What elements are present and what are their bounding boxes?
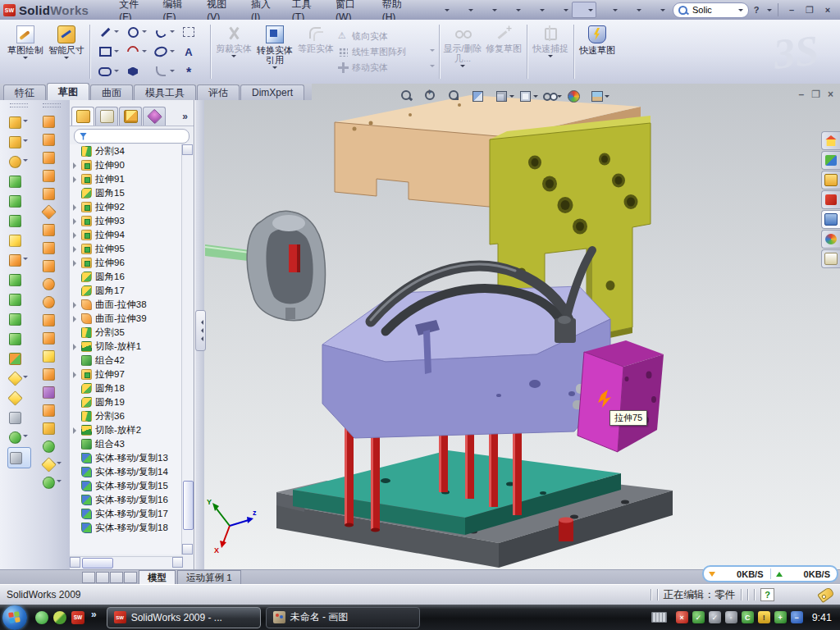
- restore-button[interactable]: ❐: [802, 3, 817, 16]
- view-tool-button[interactable]: [589, 88, 610, 103]
- dropdown-caret-icon[interactable]: [272, 66, 277, 71]
- panel-tab-overflow-button[interactable]: »: [182, 111, 192, 126]
- search-input[interactable]: [691, 4, 738, 16]
- task-pane-tab[interactable]: [821, 131, 840, 150]
- feature-tree-item[interactable]: 切除-放样2: [70, 423, 183, 437]
- doc-nav-button[interactable]: [110, 572, 123, 583]
- sketch-tool-button[interactable]: [178, 42, 206, 62]
- side-toolbar-button[interactable]: [41, 311, 63, 329]
- quick-toolbar-button[interactable]: [500, 2, 523, 17]
- dropdown-caret-icon[interactable]: [660, 9, 665, 14]
- toolbar-row-button[interactable]: 镜向实体: [338, 30, 435, 43]
- side-toolbar-button[interactable]: [41, 293, 63, 311]
- start-button[interactable]: [2, 605, 27, 630]
- dropdown-caret-icon[interactable]: [142, 50, 147, 55]
- feature-tree-item[interactable]: 拉伸97: [70, 368, 183, 381]
- quick-toolbar-button[interactable]: [621, 2, 644, 17]
- side-toolbar-button[interactable]: [41, 473, 63, 491]
- side-toolbar-button[interactable]: [41, 203, 63, 221]
- view-tool-button[interactable]: [518, 88, 539, 103]
- feature-tree-item[interactable]: 实体-移动/复制14: [70, 465, 183, 479]
- ribbon-tab[interactable]: 曲面: [90, 84, 133, 100]
- side-toolbar-button[interactable]: [7, 408, 31, 427]
- dropdown-caret-icon[interactable]: [23, 435, 28, 440]
- search-caret-icon[interactable]: [738, 9, 743, 14]
- feature-tree-item[interactable]: 实体-移动/复制15: [70, 479, 183, 493]
- side-toolbar-button[interactable]: [7, 290, 31, 309]
- toolbar-row-button[interactable]: 线性草图阵列: [338, 45, 435, 58]
- toolbar-row-button[interactable]: 移动实体: [338, 61, 435, 74]
- close-button[interactable]: ×: [820, 3, 835, 16]
- side-toolbar-button[interactable]: [41, 130, 63, 148]
- side-toolbar-button[interactable]: [7, 368, 31, 388]
- dropdown-caret-icon[interactable]: [114, 50, 119, 55]
- sketch-tool-button[interactable]: [150, 22, 178, 42]
- ribbon-tab[interactable]: 草图: [47, 83, 89, 100]
- dropdown-caret-icon[interactable]: [605, 95, 609, 100]
- help-caret-icon[interactable]: [767, 9, 772, 14]
- task-pane-tab[interactable]: [821, 210, 840, 229]
- sketch-tool-button[interactable]: [150, 62, 178, 81]
- cavity-insert-part[interactable]: [205, 211, 326, 320]
- ribbon-tab[interactable]: DimXpert: [240, 84, 304, 100]
- sync-tray-icon[interactable]: −: [791, 611, 803, 623]
- toolbar-button[interactable]: 草图绘制: [5, 21, 46, 82]
- expand-arrow-icon[interactable]: [73, 246, 80, 253]
- side-toolbar-button[interactable]: [7, 349, 31, 368]
- tree-vertical-scrollbar[interactable]: [181, 144, 193, 555]
- task-pane-tab[interactable]: [821, 249, 840, 268]
- quick-toolbar-button[interactable]: [548, 2, 571, 17]
- scroll-down-button[interactable]: [182, 544, 193, 555]
- side-toolbar-button[interactable]: [7, 152, 31, 171]
- side-toolbar-button[interactable]: [41, 365, 63, 383]
- expand-arrow-icon[interactable]: [73, 176, 80, 183]
- panel-tab[interactable]: [71, 107, 94, 126]
- side-toolbar-button[interactable]: [41, 112, 63, 130]
- task-pane-tab[interactable]: [821, 230, 840, 249]
- network-speed-widget[interactable]: 0KB/S 0KB/S: [702, 565, 838, 582]
- dropdown-caret-icon[interactable]: [231, 55, 236, 60]
- feature-tree-item[interactable]: 拉伸95: [70, 242, 183, 256]
- dropdown-caret-icon[interactable]: [23, 139, 28, 144]
- quick-toolbar-button[interactable]: [453, 2, 476, 17]
- panel-tab[interactable]: [95, 107, 118, 126]
- feature-tree-item[interactable]: 分割36: [70, 409, 183, 423]
- quick-toolbar-button[interactable]: [597, 2, 620, 17]
- view-tool-button[interactable]: [422, 88, 444, 103]
- side-toolbar-button[interactable]: [7, 132, 31, 152]
- expand-arrow-icon[interactable]: [73, 302, 80, 308]
- sketch-tool-button[interactable]: [178, 62, 206, 81]
- taskbar-window-button[interactable]: SW SolidWorks 2009 - ...: [107, 607, 261, 628]
- antivirus-shield-icon[interactable]: ×: [676, 611, 688, 623]
- expand-arrow-icon[interactable]: [73, 204, 80, 211]
- dropdown-caret-icon[interactable]: [637, 9, 641, 14]
- feature-tree-item[interactable]: 拉伸94: [70, 228, 183, 242]
- side-toolbar-button[interactable]: [7, 270, 31, 290]
- feature-tree-item[interactable]: 切除-放样1: [70, 340, 183, 354]
- feature-tree-item[interactable]: 实体-移动/复制13: [70, 451, 183, 465]
- panel-tab[interactable]: [119, 107, 142, 126]
- dropdown-caret-icon[interactable]: [170, 50, 175, 55]
- expand-arrow-icon[interactable]: [73, 218, 80, 225]
- messenger-tray-icon[interactable]: C: [742, 611, 754, 623]
- tree-filter-input[interactable]: [74, 129, 189, 144]
- sketch-tool-button[interactable]: [94, 62, 122, 81]
- sketch-tool-button[interactable]: [122, 42, 150, 62]
- dropdown-caret-icon[interactable]: [588, 9, 593, 14]
- dropdown-caret-icon[interactable]: [57, 462, 62, 467]
- dropdown-caret-icon[interactable]: [430, 49, 435, 54]
- minimize-button[interactable]: –: [784, 3, 799, 16]
- feature-tree-item[interactable]: 曲面-拉伸38: [70, 298, 183, 312]
- expand-arrow-icon[interactable]: [73, 232, 80, 239]
- side-toolbar-button[interactable]: [7, 211, 31, 231]
- dropdown-caret-icon[interactable]: [23, 57, 28, 62]
- toolbar-grip[interactable]: [43, 103, 61, 107]
- side-toolbar-button[interactable]: [7, 427, 31, 447]
- dropdown-caret-icon[interactable]: [430, 65, 435, 70]
- task-pane-tab[interactable]: [821, 151, 840, 170]
- search-box[interactable]: [673, 2, 749, 18]
- toolbar-button[interactable]: 转换实体引用: [254, 21, 295, 82]
- side-toolbar-button[interactable]: [41, 383, 63, 401]
- toolbar-button[interactable]: 快速草图: [577, 21, 618, 82]
- dropdown-caret-icon[interactable]: [23, 258, 28, 262]
